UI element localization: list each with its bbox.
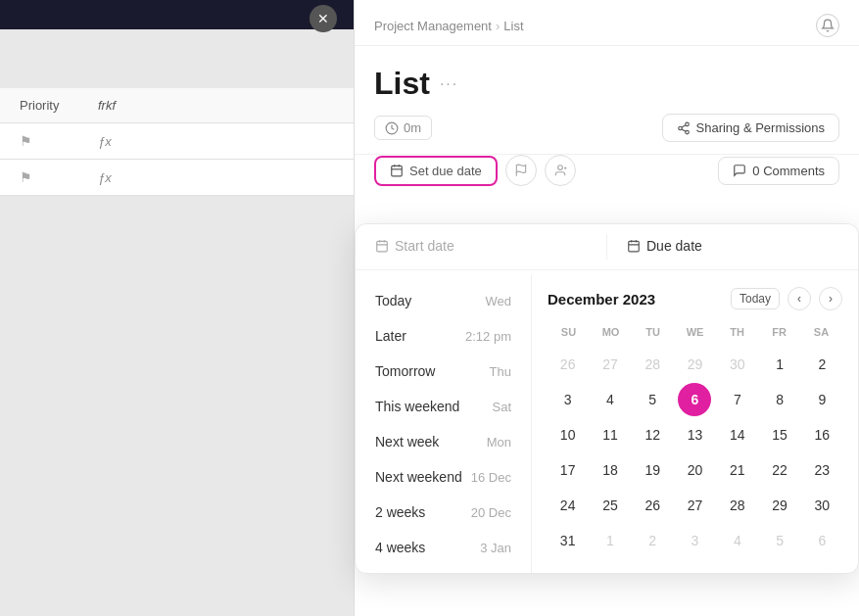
- calendar-day[interactable]: 4: [721, 524, 754, 557]
- calendar-day[interactable]: 13: [678, 418, 711, 451]
- calendar-day[interactable]: 29: [763, 489, 796, 522]
- calendar-day[interactable]: 26: [551, 348, 585, 381]
- calendar-day[interactable]: 9: [805, 383, 838, 416]
- breadcrumb-separator: ›: [496, 19, 500, 33]
- flag-button[interactable]: [505, 155, 537, 186]
- calendar-day[interactable]: 1: [763, 348, 796, 381]
- calendar-day[interactable]: 11: [594, 418, 627, 451]
- calendar-day[interactable]: 25: [594, 489, 627, 522]
- calendar-day[interactable]: 14: [721, 418, 754, 451]
- quick-option-item[interactable]: Today Wed: [356, 283, 531, 318]
- quick-option-label: Next weekend: [375, 469, 462, 485]
- set-due-date-label: Set due date: [409, 164, 482, 178]
- calendar-day[interactable]: 24: [551, 489, 585, 522]
- calendar-day[interactable]: 19: [636, 453, 669, 487]
- quick-option-item[interactable]: Next weekend 16 Dec: [356, 459, 531, 495]
- quick-option-label: This weekend: [375, 399, 459, 414]
- calendar-day[interactable]: 8: [763, 383, 796, 416]
- tab-due-date[interactable]: Due date: [607, 224, 858, 269]
- calendar-day[interactable]: 27: [594, 348, 627, 381]
- calendar-day[interactable]: 16: [805, 418, 838, 451]
- user-plus-icon: [553, 164, 567, 177]
- priority-header: Priority: [20, 98, 98, 113]
- flag-icon: ⚑: [20, 133, 32, 149]
- calendar-day[interactable]: 29: [678, 348, 711, 381]
- quick-option-label: Tomorrow: [375, 363, 435, 379]
- calendar-prev-button[interactable]: ‹: [787, 287, 811, 310]
- breadcrumb-part2: List: [503, 19, 523, 33]
- quick-option-item[interactable]: 2 weeks 20 Dec: [356, 495, 531, 530]
- calendar-day[interactable]: 4: [594, 383, 627, 416]
- calendar-day[interactable]: 2: [636, 524, 669, 557]
- close-button[interactable]: ✕: [310, 5, 337, 32]
- quick-option-label: 4 weeks: [375, 540, 425, 555]
- calendar-day[interactable]: 1: [594, 524, 627, 557]
- calendar-day[interactable]: 22: [763, 453, 796, 487]
- calendar-weekday: MO: [590, 322, 632, 342]
- calendar-day[interactable]: 5: [636, 383, 669, 416]
- quick-option-date: Mon: [487, 435, 511, 450]
- calendar-day[interactable]: 7: [721, 383, 754, 416]
- datepicker-dropdown: Start date Due date Today Wed Later 2:12…: [355, 223, 859, 574]
- calendar-today-button[interactable]: Today: [731, 288, 780, 309]
- calendar-day[interactable]: 28: [636, 348, 669, 381]
- sharing-label: Sharing & Permissions: [696, 120, 826, 135]
- calendar-day[interactable]: 30: [805, 489, 838, 522]
- calendar-day[interactable]: 20: [678, 453, 711, 487]
- calendar-next-button[interactable]: ›: [819, 287, 842, 310]
- quick-option-label: Next week: [375, 434, 439, 450]
- quick-option-date: Thu: [490, 364, 511, 379]
- quick-option-date: Wed: [486, 294, 512, 308]
- quick-option-date: 2:12 pm: [465, 329, 511, 344]
- svg-rect-6: [392, 166, 403, 176]
- quick-option-item[interactable]: Next week Mon: [356, 424, 531, 459]
- calendar-day[interactable]: 30: [721, 348, 754, 381]
- share-icon: [677, 121, 691, 135]
- quick-option-date: 20 Dec: [471, 505, 511, 520]
- time-badge: 0m: [374, 116, 432, 140]
- calendar-day[interactable]: 18: [594, 453, 627, 487]
- quick-option-item[interactable]: 4 weeks 3 Jan: [356, 530, 531, 565]
- calendar-weekday: SA: [800, 322, 842, 342]
- calendar-day[interactable]: 27: [678, 489, 711, 522]
- calendar-day[interactable]: 6: [678, 383, 711, 416]
- set-due-date-button[interactable]: Set due date: [374, 156, 498, 186]
- calendar-day[interactable]: 5: [763, 524, 796, 557]
- picker-inner: Today Wed Later 2:12 pm Tomorrow Thu Thi…: [356, 275, 858, 573]
- calendar-day[interactable]: 21: [721, 453, 754, 487]
- sharing-button[interactable]: Sharing & Permissions: [662, 114, 840, 142]
- tab-start-date[interactable]: Start date: [356, 224, 606, 269]
- calendar-day[interactable]: 15: [763, 418, 796, 451]
- table-row: ⚑ ƒx: [0, 160, 354, 196]
- calendar-day[interactable]: 12: [636, 418, 669, 451]
- calendar-due-icon: [627, 239, 641, 253]
- svg-point-2: [678, 126, 682, 130]
- calendar-day[interactable]: 17: [551, 453, 585, 487]
- calendar-day[interactable]: 23: [805, 453, 838, 487]
- datepicker-tabs: Start date Due date: [356, 224, 858, 270]
- more-options-icon[interactable]: ···: [440, 75, 458, 93]
- calendar-day[interactable]: 3: [678, 524, 711, 557]
- calendar-day[interactable]: 10: [551, 418, 585, 451]
- quick-option-item[interactable]: This weekend Sat: [356, 389, 531, 424]
- tab-start-date-label: Start date: [395, 238, 454, 254]
- quick-option-item[interactable]: Tomorrow Thu: [356, 354, 531, 389]
- calendar-weekday: SU: [548, 322, 590, 342]
- flag-icon: ⚑: [20, 169, 32, 185]
- calendar-day[interactable]: 2: [805, 348, 838, 381]
- calendar-day[interactable]: 6: [805, 524, 838, 557]
- quick-option-label: 2 weeks: [375, 504, 425, 520]
- calendar-day[interactable]: 26: [636, 489, 669, 522]
- row2-col2: ƒx: [98, 170, 157, 185]
- row1-priority: ⚑: [20, 133, 98, 149]
- calendar-day[interactable]: 3: [551, 383, 585, 416]
- comments-button[interactable]: 0 Comments: [718, 157, 839, 185]
- calendar-days: 2627282930123456789101112131415161718192…: [548, 348, 842, 557]
- assign-user-button[interactable]: [545, 155, 576, 186]
- calendar-day[interactable]: 31: [551, 524, 585, 557]
- time-value: 0m: [404, 120, 421, 135]
- calendar-day[interactable]: 28: [721, 489, 754, 522]
- calendar-weekdays: SUMOTUWETHFRSA: [548, 322, 842, 342]
- quick-option-item[interactable]: Later 2:12 pm: [356, 318, 531, 354]
- notification-icon[interactable]: [816, 14, 839, 37]
